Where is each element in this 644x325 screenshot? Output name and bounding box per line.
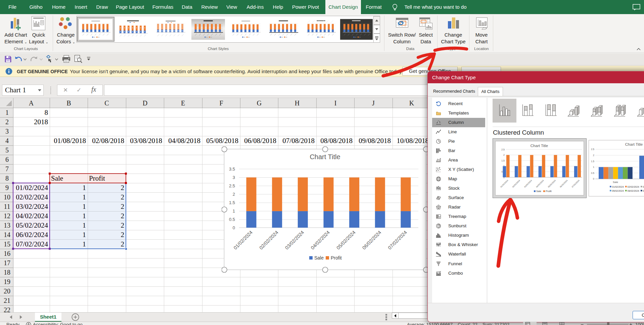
svg-text:04/02/2024: 04/02/2024 <box>536 179 544 188</box>
svg-text:J: J <box>372 99 375 107</box>
svg-text:13: 13 <box>4 222 10 229</box>
svg-text:2.5: 2.5 <box>591 148 594 150</box>
svg-text:01/02/2024: 01/02/2024 <box>500 179 509 188</box>
svg-text:Chart Title: Chart Title <box>625 142 643 146</box>
svg-text:07/02/2024: 07/02/2024 <box>571 179 580 188</box>
svg-text:E: E <box>181 99 185 107</box>
svg-text:06/02/2024: 06/02/2024 <box>628 190 639 192</box>
svg-text:12: 12 <box>4 212 10 220</box>
svg-text:21: 21 <box>4 297 10 304</box>
svg-text:2: 2 <box>233 192 235 197</box>
svg-text:Sale: Sale <box>536 190 541 193</box>
svg-text:F: F <box>219 99 223 107</box>
svg-text:02/02/2024: 02/02/2024 <box>628 186 639 188</box>
svg-text:07/02/2: 07/02/2 <box>643 190 644 192</box>
svg-text:6: 6 <box>5 156 9 163</box>
svg-text:I: I <box>334 99 337 107</box>
svg-text:03/02/2024: 03/02/2024 <box>524 179 533 188</box>
svg-text:18: 18 <box>4 269 10 276</box>
svg-text:2: 2 <box>503 154 505 156</box>
svg-text:1.5: 1.5 <box>229 200 235 205</box>
svg-text:2.5: 2.5 <box>229 183 235 188</box>
svg-text:0: 0 <box>233 225 235 230</box>
svg-text:16: 16 <box>4 250 10 257</box>
svg-text:4: 4 <box>5 137 9 144</box>
svg-text:05/02/2024: 05/02/2024 <box>612 190 624 192</box>
svg-text:0: 0 <box>593 178 594 180</box>
svg-text:H: H <box>295 99 300 107</box>
svg-text:2.5: 2.5 <box>501 148 505 151</box>
svg-text:1.5: 1.5 <box>501 159 505 162</box>
svg-text:9: 9 <box>5 184 9 191</box>
svg-text:05/02/2024: 05/02/2024 <box>548 179 556 188</box>
svg-text:D: D <box>143 99 147 107</box>
svg-text:2: 2 <box>593 154 594 156</box>
svg-text:19: 19 <box>4 278 10 285</box>
svg-text:1: 1 <box>233 208 235 214</box>
svg-text:0.5: 0.5 <box>229 217 235 222</box>
svg-text:06/02/2024: 06/02/2024 <box>559 179 568 188</box>
svg-text:Profit: Profit <box>546 190 552 193</box>
svg-text:3: 3 <box>5 128 9 135</box>
svg-text:20: 20 <box>4 287 10 295</box>
svg-text:A: A <box>29 99 34 107</box>
svg-text:Sale: Sale <box>613 181 618 184</box>
svg-text:22: 22 <box>4 306 10 312</box>
svg-text:Chart Title: Chart Title <box>310 153 340 160</box>
svg-text:Sale: Sale <box>314 255 324 261</box>
svg-text:Profit: Profit <box>331 255 342 261</box>
svg-text:02/02/2024: 02/02/2024 <box>512 179 521 188</box>
svg-text:03/02/2: 03/02/2 <box>643 186 644 188</box>
svg-text:3.5: 3.5 <box>229 167 235 172</box>
svg-text:10: 10 <box>4 193 10 201</box>
svg-text:C: C <box>104 99 109 107</box>
svg-text:B: B <box>66 99 71 107</box>
svg-text:2: 2 <box>5 118 9 126</box>
svg-text:1: 1 <box>5 109 9 116</box>
svg-text:8: 8 <box>5 175 9 182</box>
svg-text:17: 17 <box>4 259 10 267</box>
svg-text:15: 15 <box>4 240 10 248</box>
svg-text:1: 1 <box>593 166 594 168</box>
svg-text:14: 14 <box>4 231 10 238</box>
svg-text:5: 5 <box>5 146 9 154</box>
svg-text:Chart Title: Chart Title <box>531 144 548 148</box>
svg-text:7: 7 <box>5 165 9 173</box>
svg-text:G: G <box>257 99 262 107</box>
svg-text:3: 3 <box>233 175 235 180</box>
svg-text:1.5: 1.5 <box>591 160 594 162</box>
svg-text:K: K <box>409 99 414 107</box>
svg-text:01/02/2024: 01/02/2024 <box>612 186 624 188</box>
svg-text:0.5: 0.5 <box>591 172 594 174</box>
svg-text:11: 11 <box>4 203 10 210</box>
